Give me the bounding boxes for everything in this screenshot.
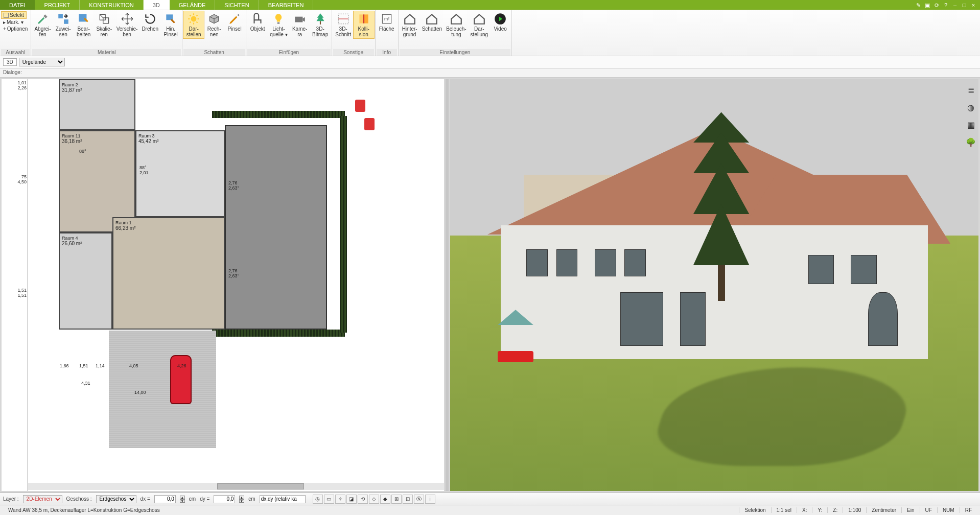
svg-rect-1 (64, 19, 68, 24)
bottom-tool-2[interactable]: ✧ (335, 495, 345, 504)
tab-bearbeiten[interactable]: BEARBEITEN (259, 0, 314, 10)
tab-gelaende[interactable]: GELÄNDE (170, 0, 216, 10)
tab-konstruktion[interactable]: KONSTRUKTION (80, 0, 143, 10)
dy-label: dy = (200, 496, 209, 502)
status-z: Z: (827, 507, 843, 513)
color-palette-icon[interactable]: ▦ (965, 119, 977, 131)
status-message: Wand AW 36,5 m, Deckenauflager L=Konstru… (3, 507, 739, 513)
tab-file[interactable]: DATEI (0, 0, 35, 10)
layer-dropdown[interactable]: 2D-Elemen (23, 495, 62, 503)
ribbon-btn-einstellungen-1[interactable]: Schatten (420, 11, 444, 33)
3d-view-pane[interactable] (450, 79, 978, 491)
layers-palette-icon[interactable]: ≣ (965, 84, 977, 96)
pane-splitter[interactable] (446, 79, 449, 491)
hedge (340, 116, 347, 333)
optionen-button[interactable]: +Optionen (1, 26, 30, 32)
room[interactable]: Raum 231,87 m² (59, 79, 135, 130)
ribbon-btn-einstellungen-4[interactable]: Video (490, 11, 510, 33)
floor-dropdown[interactable]: Erdgeschos (96, 495, 136, 503)
close-icon[interactable]: × (970, 2, 977, 9)
ribbon-btn-info-0[interactable]: m²Fläche (377, 11, 397, 33)
plant-palette-icon[interactable]: 🌳 (965, 136, 977, 148)
maximize-icon[interactable]: □ (961, 2, 968, 9)
coord-mode-input[interactable] (260, 495, 306, 503)
bottom-tool-9[interactable]: Ⓝ (414, 495, 424, 504)
tab-sichten[interactable]: SICHTEN (215, 0, 259, 10)
bottom-tool-3[interactable]: ◪ (346, 495, 357, 504)
dx-input[interactable] (154, 495, 176, 503)
floorplan-canvas[interactable]: Raum 231,87 m²Raum 1136,18 m²Raum 345,42… (28, 79, 444, 481)
ribbon-btn-material-6[interactable]: Hin. Pinsel (160, 11, 181, 38)
view-mode-chip[interactable]: 3D (3, 58, 17, 66)
svg-rect-12 (364, 14, 368, 23)
bottom-tool-6[interactable]: ◆ (380, 495, 390, 504)
ruler-tick: 1,01 2,26 (17, 80, 27, 90)
square-icon[interactable]: ▣ (924, 2, 931, 9)
ribbon-btn-sonstige-0[interactable]: 3D- Schnitt (333, 11, 354, 38)
h-scroll-thumb[interactable] (217, 483, 304, 489)
ribbon-btn-einfuegen-0[interactable]: Objekt (247, 11, 268, 33)
room[interactable]: Raum 345,42 m² (135, 130, 225, 217)
room[interactable]: Raum 166,23 m² (112, 217, 225, 330)
ribbon-btn-schatten-0[interactable]: Dar- stellen (183, 11, 204, 38)
h-scrollbar[interactable] (28, 483, 444, 490)
ribbon-btn-einfuegen-2[interactable]: Kame- ra (290, 11, 310, 38)
dy-spinner[interactable]: ▴▾ (239, 496, 244, 503)
bottom-tool-1[interactable]: ▭ (324, 495, 334, 504)
ruler-tick: 1,51 1,51 (17, 288, 27, 298)
ribbon-btn-einfuegen-3[interactable]: 3D- Bitmap (310, 11, 331, 38)
dy-input[interactable] (214, 495, 235, 503)
ribbon-btn-einstellungen-2[interactable]: Beleuch- tung (444, 11, 468, 38)
tab-projekt[interactable]: PROJEKT (35, 0, 80, 10)
ribbon-btn-einstellungen-3[interactable]: Dar- stellung (469, 11, 490, 38)
bottom-tool-5[interactable]: ◇ (369, 495, 379, 504)
floorplan-pane[interactable]: 1,01 2,2675 4,501,51 1,51 Raum 231,87 m²… (2, 79, 444, 491)
ribbon-btn-label: Dar- stellung (471, 26, 488, 37)
ribbon-btn-schatten-2[interactable]: Pinsel (224, 11, 245, 33)
brush-icon (164, 12, 177, 26)
tab-spacer (313, 0, 912, 10)
layer-select[interactable]: Urgelände (19, 58, 65, 66)
car-2d[interactable] (170, 355, 192, 404)
pencil-icon[interactable]: ✎ (915, 2, 922, 9)
ribbon-btn-material-1[interactable]: Zuwei- sen (53, 11, 74, 38)
ribbon-btn-sonstige-1[interactable]: Kolli- sion (354, 11, 374, 38)
ribbon-btn-einfuegen-1[interactable]: Licht- quelle ▾ (268, 11, 289, 38)
selekt-button[interactable]: Selekt (1, 11, 27, 19)
object-palette-icon[interactable]: ◍ (965, 101, 977, 113)
bottom-tool-0[interactable]: ◷ (313, 495, 323, 504)
dialog-bar: Dialoge: (0, 68, 980, 78)
status-selektion-label: Selektion (739, 507, 771, 513)
ribbon-btn-material-3[interactable]: Skalie- ren (94, 11, 114, 38)
mark-button[interactable]: ▸Mark. ▾ (1, 19, 26, 26)
bottom-icon-row: ◷▭✧◪⟲◇◆⊞⊡Ⓝi (313, 495, 435, 504)
bottom-tool-7[interactable]: ⊞ (391, 495, 402, 504)
chair-icon (251, 12, 264, 26)
tab-3d[interactable]: 3D (144, 0, 170, 10)
cube-icon (207, 12, 221, 26)
ribbon-btn-schatten-1[interactable]: Rech- nen (204, 11, 224, 38)
area-icon: m² (380, 12, 393, 26)
bottom-toolbar: Layer : 2D-Elemen Geschoss : Erdgeschos … (0, 493, 980, 505)
dx-spinner[interactable]: ▴▾ (180, 496, 185, 503)
status-unit: Zentimeter (866, 507, 901, 513)
help-icon[interactable]: ? (942, 2, 949, 9)
pencil-icon (228, 12, 241, 26)
group-label-sonstige: Sonstige (333, 49, 374, 56)
ribbon-btn-material-0[interactable]: Abgrei- fen (32, 11, 53, 38)
refresh-icon[interactable]: ⟳ (933, 2, 940, 9)
ribbon-btn-material-2[interactable]: Bear- beiten (74, 11, 94, 38)
status-rf: RF (960, 507, 977, 513)
room-name: Raum 3 (138, 133, 158, 138)
window-controls: ✎ ▣ ⟳ ? – □ × (912, 0, 980, 10)
room[interactable]: Raum 426,60 m² (59, 232, 112, 330)
bottom-tool-8[interactable]: ⊡ (403, 495, 413, 504)
terrace[interactable] (225, 125, 327, 330)
ribbon-btn-material-4[interactable]: Verschie- ben (114, 11, 140, 38)
minimize-icon[interactable]: – (951, 2, 959, 9)
ribbon-btn-einstellungen-0[interactable]: Hinter- grund (400, 11, 420, 38)
bottom-tool-4[interactable]: ⟲ (358, 495, 368, 504)
ribbon-btn-material-5[interactable]: Drehen (139, 11, 160, 33)
ruler-tick: 75 4,50 (17, 174, 27, 184)
bottom-tool-10[interactable]: i (425, 495, 435, 504)
